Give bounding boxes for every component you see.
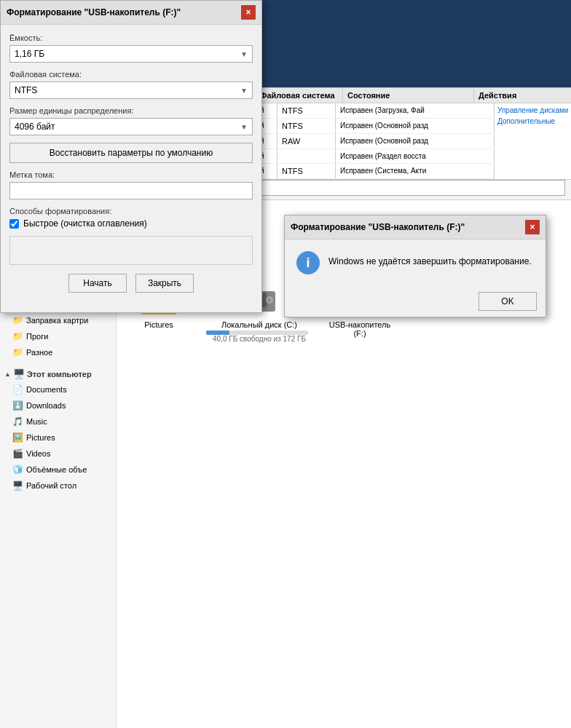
sidebar-item-raznoe[interactable]: 📁 Разное: [0, 344, 116, 360]
format-options-label: Способы форматирования:: [9, 207, 253, 215]
this-pc-icon: 🖥️: [13, 368, 25, 379]
disk-row-3-fs: RAW: [277, 134, 336, 149]
pc-music-icon: 🎵: [12, 416, 23, 427]
cartridge-label: Заправка картри: [26, 316, 88, 325]
sidebar-item-pc-videos[interactable]: 🎬 Videos: [0, 446, 116, 462]
pc-videos-label: Videos: [26, 449, 50, 458]
disk-row-2-status: Исправен (Основной разд: [336, 119, 495, 133]
svg-point-31: [268, 298, 271, 301]
disk-row-5-status: Исправен (Система, Акти: [336, 164, 495, 178]
filesystem-value: NTFS: [15, 85, 37, 95]
progi-label: Проги: [26, 332, 48, 341]
error-dialog-titlebar: Форматирование "USB-накопитель (F:)" ×: [285, 215, 546, 240]
this-pc-label: Этот компьютер: [27, 370, 92, 379]
start-button[interactable]: Начать: [68, 274, 127, 293]
filesystem-arrow: ▼: [240, 87, 248, 95]
filesystem-dropdown[interactable]: NTFS ▼: [9, 82, 253, 99]
disk-row-1[interactable]: й NTFS Исправен (Загрузка, Фай: [256, 103, 495, 119]
error-dialog: Форматирование "USB-накопитель (F:)" × i…: [284, 215, 546, 317]
format-dialog-body: Ёмкость: 1,16 ГБ ▼ Файловая система: NTF…: [1, 25, 261, 301]
format-dialog-title: Форматирование "USB-накопитель (F:)": [7, 7, 181, 17]
disk-row-5[interactable]: й NTFS Исправен (Система, Акти: [256, 164, 495, 179]
this-pc-arrow: ▲: [4, 371, 11, 378]
pc-downloads-label: Downloads: [26, 401, 66, 410]
capacity-value: 1,16 ГБ: [15, 49, 44, 59]
sidebar-item-pc-downloads[interactable]: ⬇️ Downloads: [0, 397, 116, 414]
disk-row-1-fs: NTFS: [277, 103, 336, 118]
col-status: Состояние: [343, 88, 474, 103]
error-dialog-body: i Windows не удаётся завершить форматиро…: [285, 240, 546, 286]
col-filesystem: Файловая система: [256, 88, 343, 103]
sidebar-item-pc-documents[interactable]: 📄 Documents: [0, 381, 116, 397]
disk-row-4[interactable]: й Исправен (Раздел восста: [256, 149, 495, 164]
volume-label-input[interactable]: [9, 182, 253, 199]
sidebar-item-pc-desktop[interactable]: 🖥️ Рабочий стол: [0, 478, 116, 494]
pc-downloads-icon: ⬇️: [12, 400, 23, 411]
progi-icon: 📁: [12, 331, 23, 342]
disk-table-header: Файловая система Состояние Действия: [256, 88, 571, 103]
pc-documents-label: Documents: [26, 385, 67, 394]
error-message: Windows не удаётся завершить форматирова…: [328, 251, 532, 268]
capacity-label: Ёмкость:: [9, 33, 253, 42]
close-button[interactable]: Закрыть: [135, 274, 194, 293]
error-dialog-buttons: OK: [285, 286, 546, 317]
pc-music-label: Music: [26, 417, 47, 426]
pc-pictures-label: Pictures: [26, 433, 55, 442]
unitsize-dropdown[interactable]: 4096 байт ▼: [9, 118, 253, 135]
raznoe-label: Разное: [26, 348, 52, 357]
disk-management-table: Файловая система Состояние Действия й NT…: [255, 87, 571, 180]
format-dialog-background: Форматирование "USB-накопитель (F:)" × Ё…: [0, 0, 262, 313]
ok-button[interactable]: OK: [479, 292, 537, 311]
action-manage-disks[interactable]: Управление дисками: [497, 106, 571, 114]
restore-defaults-button[interactable]: Восстановить параметры по умолчанию: [9, 143, 253, 163]
unitsize-value: 4096 байт: [15, 122, 55, 132]
quick-format-label: Быстрое (очистка оглавления): [23, 218, 147, 229]
drive-c-label: Локальный диск (C:): [221, 320, 297, 329]
disk-row-3-status: Исправен (Основной разд: [336, 134, 495, 149]
disk-row-4-status: Исправен (Раздел восста: [336, 149, 495, 163]
pc-desktop-label: Рабочий стол: [26, 481, 76, 490]
quick-format-row: Быстрое (очистка оглавления): [9, 218, 253, 229]
cartridge-icon: 📁: [12, 314, 23, 326]
disk-row-4-fs: [277, 149, 336, 163]
sidebar-item-cartridge[interactable]: 📁 Заправка картри: [0, 312, 116, 328]
pc-documents-icon: 📄: [12, 384, 23, 395]
col-actions: Действия: [474, 88, 571, 103]
sidebar-item-progi[interactable]: 📁 Проги: [0, 328, 116, 344]
unitsize-label: Размер единицы распределения:: [9, 106, 253, 115]
pc-videos-icon: 🎬: [12, 448, 23, 459]
disk-row-2-fs: NTFS: [277, 119, 336, 133]
disk-row-3[interactable]: й RAW Исправен (Основной разд: [256, 134, 495, 149]
filesystem-label: Файловая система:: [9, 70, 253, 79]
capacity-arrow: ▼: [240, 50, 248, 58]
format-dialog-titlebar: Форматирование "USB-накопитель (F:)" ×: [1, 1, 261, 25]
format-dialog-buttons: Начать Закрыть: [9, 274, 253, 293]
progress-area: [9, 236, 253, 265]
pictures-folder-label: Pictures: [144, 320, 173, 329]
raznoe-icon: 📁: [12, 347, 23, 358]
pc-3d-icon: 🧊: [12, 464, 23, 475]
action-additional[interactable]: Дополнительные: [497, 117, 571, 125]
capacity-dropdown[interactable]: 1,16 ГБ ▼: [9, 45, 253, 63]
this-pc-header[interactable]: ▲ 🖥️ Этот компьютер: [0, 366, 116, 381]
sidebar-item-pc-music[interactable]: 🎵 Music: [0, 414, 116, 430]
pc-pictures-icon: 🖼️: [12, 432, 23, 443]
quick-format-checkbox[interactable]: [9, 219, 19, 229]
drive-c-free: 40,0 ГБ свободно из 172 ГБ: [213, 335, 306, 343]
disk-row-2[interactable]: й NTFS Исправен (Основной разд: [256, 119, 495, 134]
error-dialog-title: Форматирование "USB-накопитель (F:)": [291, 222, 465, 232]
disk-row-5-fs: NTFS: [277, 164, 336, 178]
usb-drive-label: USB-накопитель (F:): [328, 320, 391, 338]
sidebar-item-pc-3d[interactable]: 🧊 Объёмные объе: [0, 462, 116, 478]
disk-row-1-status: Исправен (Загрузка, Фай: [336, 103, 495, 118]
pc-3d-label: Объёмные объе: [26, 465, 87, 474]
sidebar-item-pc-pictures[interactable]: 🖼️ Pictures: [0, 430, 116, 446]
error-close-button[interactable]: ×: [525, 220, 540, 234]
pc-desktop-icon: 🖥️: [12, 480, 23, 491]
unitsize-arrow: ▼: [240, 123, 248, 131]
format-close-button[interactable]: ×: [241, 5, 256, 20]
info-icon: i: [296, 251, 320, 274]
volume-label-label: Метка тома:: [9, 170, 253, 179]
